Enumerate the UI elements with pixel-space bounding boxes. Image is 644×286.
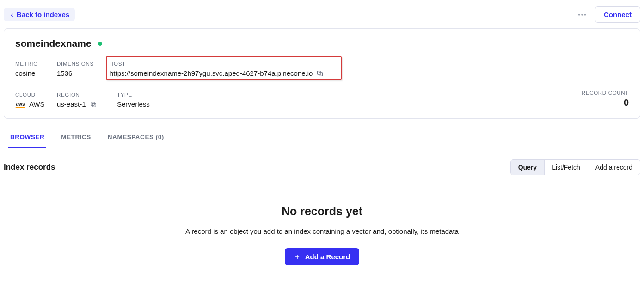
dimensions-label: DIMENSIONS <box>57 61 109 67</box>
records-mode-segments: Query List/Fetch Add a record <box>510 159 640 175</box>
index-title-row: someindexname <box>15 38 629 49</box>
meta-row-1: METRIC cosine DIMENSIONS 1536 HOST https… <box>15 61 629 80</box>
aws-icon: aws <box>15 102 25 107</box>
index-summary-card: someindexname METRIC cosine DIMENSIONS 1… <box>4 28 640 119</box>
host-label: HOST <box>110 61 336 67</box>
record-count-label: RECORD COUNT <box>582 90 629 96</box>
meta-metric: METRIC cosine <box>15 61 57 77</box>
host-value-row: https://someindexname-2h97ygu.svc.aped-4… <box>110 69 336 77</box>
dimensions-value: 1536 <box>57 69 109 77</box>
cloud-label: CLOUD <box>15 92 57 97</box>
meta-host: HOST https://someindexname-2h97ygu.svc.a… <box>106 56 342 80</box>
ellipsis-icon <box>577 10 587 20</box>
copy-icon <box>316 70 324 77</box>
index-meta-grid: METRIC cosine DIMENSIONS 1536 HOST https… <box>15 61 629 108</box>
records-header: Index records Query List/Fetch Add a rec… <box>4 148 640 175</box>
svg-point-0 <box>578 14 580 16</box>
status-indicator-icon <box>98 42 102 46</box>
connect-button[interactable]: Connect <box>595 6 640 23</box>
region-label: REGION <box>57 92 117 97</box>
topbar: Back to indexes Connect <box>4 4 640 28</box>
meta-type: TYPE Serverless <box>117 92 172 108</box>
back-to-indexes-link[interactable]: Back to indexes <box>4 8 75 21</box>
back-link-label: Back to indexes <box>17 11 69 18</box>
svg-point-1 <box>581 14 583 16</box>
tab-metrics[interactable]: METRICS <box>59 127 93 148</box>
records-empty-state: No records yet A record is an object you… <box>4 175 640 265</box>
host-value: https://someindexname-2h97ygu.svc.aped-4… <box>110 69 313 77</box>
index-name: someindexname <box>15 38 92 49</box>
meta-region: REGION us-east-1 <box>57 92 117 108</box>
copy-icon <box>90 101 97 108</box>
empty-title: No records yet <box>4 205 640 218</box>
type-label: TYPE <box>117 92 172 97</box>
copy-host-button[interactable] <box>316 70 324 77</box>
plus-icon <box>294 254 301 260</box>
segment-list-fetch[interactable]: List/Fetch <box>544 160 588 175</box>
tab-namespaces[interactable]: NAMESPACES (0) <box>106 127 166 148</box>
top-actions: Connect <box>575 6 640 23</box>
copy-region-button[interactable] <box>90 101 97 108</box>
record-count-value: 0 <box>582 97 629 108</box>
metric-label: METRIC <box>15 61 57 67</box>
region-value: us-east-1 <box>57 100 86 108</box>
cloud-value-row: aws AWS <box>15 100 57 108</box>
more-menu-button[interactable] <box>575 7 589 22</box>
segment-add-record[interactable]: Add a record <box>588 160 640 175</box>
tab-browser[interactable]: BROWSER <box>8 127 46 148</box>
meta-record-count: RECORD COUNT 0 <box>582 90 629 108</box>
meta-row-2: CLOUD aws AWS REGION us-east-1 TYPE Serv… <box>15 92 629 108</box>
add-record-button-label: Add a Record <box>305 253 350 261</box>
segment-query[interactable]: Query <box>511 160 544 175</box>
meta-dimensions: DIMENSIONS 1536 <box>57 61 109 77</box>
records-section-title: Index records <box>4 163 55 172</box>
add-record-button[interactable]: Add a Record <box>285 248 360 265</box>
cloud-value: AWS <box>29 100 45 108</box>
empty-description: A record is an object you add to an inde… <box>4 227 640 235</box>
metric-value: cosine <box>15 69 57 77</box>
svg-point-2 <box>584 14 586 16</box>
region-value-row: us-east-1 <box>57 100 117 108</box>
chevron-left-icon <box>9 12 14 17</box>
type-value: Serverless <box>117 100 172 108</box>
meta-cloud: CLOUD aws AWS <box>15 92 57 108</box>
tabs: BROWSER METRICS NAMESPACES (0) <box>4 127 640 148</box>
